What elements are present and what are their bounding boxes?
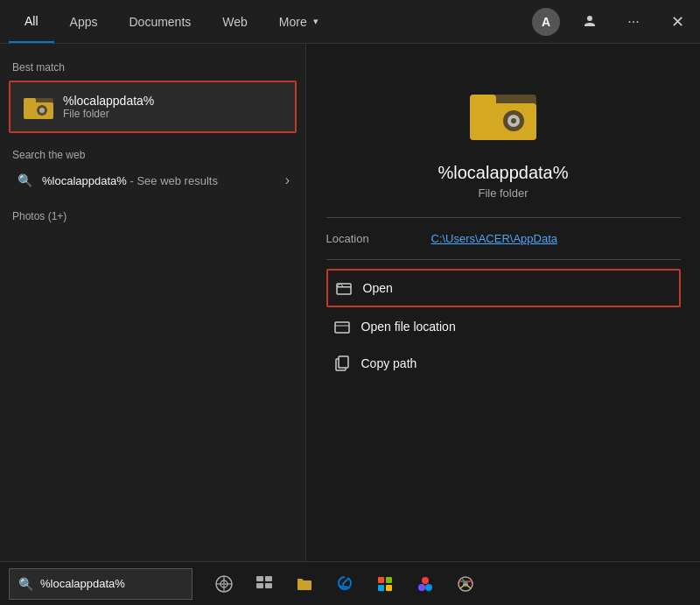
tab-web[interactable]: Web xyxy=(206,0,263,43)
svg-rect-24 xyxy=(378,577,384,583)
task-view-button[interactable] xyxy=(247,566,282,601)
tab-more[interactable]: More ▾ xyxy=(263,0,334,43)
chevron-down-icon: ▾ xyxy=(313,16,318,27)
svg-point-30 xyxy=(425,584,432,591)
svg-rect-22 xyxy=(256,583,263,588)
right-panel: %localappdata% File folder Location C:\U… xyxy=(306,44,700,569)
ellipsis-icon-btn[interactable]: ··· xyxy=(620,8,648,36)
action-copy-path[interactable]: Copy path xyxy=(326,346,681,381)
start-button[interactable] xyxy=(206,566,242,601)
best-match-label: Best match xyxy=(0,56,305,77)
best-match-text: %localappdata% File folder xyxy=(63,94,154,120)
svg-rect-12 xyxy=(337,286,351,288)
copy-path-icon xyxy=(332,353,353,374)
svg-point-10 xyxy=(511,118,516,123)
svg-rect-27 xyxy=(386,585,392,591)
file-type: File folder xyxy=(478,186,528,200)
main-container: Best match %localappdata% File folder Se… xyxy=(0,44,700,569)
tab-apps[interactable]: Apps xyxy=(54,0,114,43)
taskbar: 🔍 xyxy=(0,561,700,605)
location-label: Location xyxy=(326,232,431,245)
open-icon xyxy=(333,278,354,299)
tab-all[interactable]: All xyxy=(9,0,54,43)
person-icon-btn[interactable] xyxy=(576,8,604,36)
best-match-title: %localappdata% xyxy=(63,94,154,108)
svg-point-28 xyxy=(422,577,429,584)
photos-section: Photos (1+) xyxy=(0,207,305,226)
nav-icons-group: A ··· ✕ xyxy=(532,8,691,36)
divider-2 xyxy=(326,259,681,260)
info-row: Location C:\Users\ACER\AppData xyxy=(326,232,681,245)
file-explorer-button[interactable] xyxy=(287,566,322,601)
web-search-text: %localappdata% - See web results xyxy=(42,174,285,187)
search-icon: 🔍 xyxy=(18,577,33,591)
web-search-section: Search the web 🔍 %localappdata% - See we… xyxy=(0,144,305,196)
best-match-item[interactable]: %localappdata% File folder xyxy=(9,81,297,133)
svg-rect-20 xyxy=(256,576,263,581)
search-input[interactable] xyxy=(40,577,172,590)
location-value[interactable]: C:\Users\ACER\AppData xyxy=(431,232,558,245)
svg-rect-23 xyxy=(265,583,272,588)
left-panel: Best match %localappdata% File folder Se… xyxy=(0,44,306,569)
svg-rect-2 xyxy=(24,98,36,104)
chevron-right-icon: › xyxy=(285,172,290,188)
folder-icon-small xyxy=(23,91,54,123)
svg-point-4 xyxy=(39,108,45,113)
avatar[interactable]: A xyxy=(532,8,560,36)
file-name: %localappdata% xyxy=(438,163,569,183)
chrome-button[interactable] xyxy=(448,566,483,601)
search-icon: 🔍 xyxy=(16,172,33,189)
svg-rect-13 xyxy=(335,322,349,333)
photos-label: Photos (1+) xyxy=(0,207,305,226)
tab-documents[interactable]: Documents xyxy=(113,0,206,43)
close-icon-btn[interactable]: ✕ xyxy=(663,8,691,36)
search-box[interactable]: 🔍 xyxy=(9,568,192,600)
action-open[interactable]: Open xyxy=(326,269,681,307)
divider-1 xyxy=(326,217,681,218)
design-app-button[interactable] xyxy=(408,566,443,601)
svg-rect-6 xyxy=(470,103,536,140)
open-file-location-icon xyxy=(332,316,353,337)
svg-rect-21 xyxy=(265,576,272,581)
top-navigation: All Apps Documents Web More ▾ A ··· ✕ xyxy=(0,0,700,44)
svg-rect-26 xyxy=(378,585,384,591)
svg-rect-25 xyxy=(386,577,392,583)
best-match-subtitle: File folder xyxy=(63,108,154,120)
web-search-item[interactable]: 🔍 %localappdata% - See web results › xyxy=(4,165,302,196)
action-open-label: Open xyxy=(363,281,393,295)
taskbar-icons xyxy=(206,566,483,601)
action-copy-path-label: Copy path xyxy=(361,356,417,370)
svg-point-29 xyxy=(418,584,425,591)
action-open-file-location[interactable]: Open file location xyxy=(326,309,681,344)
store-button[interactable] xyxy=(368,566,402,601)
edge-browser-button[interactable] xyxy=(327,566,362,601)
svg-rect-7 xyxy=(470,95,496,109)
action-open-file-location-label: Open file location xyxy=(361,320,456,334)
web-search-label: Search the web xyxy=(0,144,305,165)
action-list: Open Open file location xyxy=(326,269,681,383)
folder-icon-large xyxy=(468,79,538,149)
svg-rect-15 xyxy=(339,356,348,368)
